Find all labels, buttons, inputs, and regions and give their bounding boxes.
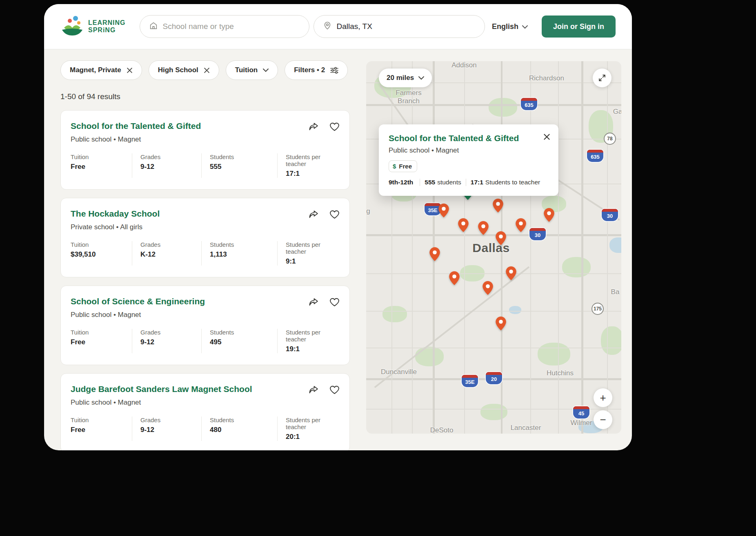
chip-label: High School — [158, 66, 198, 74]
stats-row: Tuition Free Grades 9-12 Students 480 St… — [71, 416, 340, 441]
popup-school-name[interactable]: School for the Talented & Gifted — [389, 133, 549, 143]
remove-filter-icon[interactable] — [204, 67, 210, 73]
popup-grades: 9th-12th — [389, 179, 415, 186]
share-button[interactable] — [309, 210, 319, 219]
stat-cell: Students per teacher 17:1 — [277, 153, 340, 178]
search-input[interactable] — [163, 22, 300, 31]
stat-value: 480 — [210, 426, 277, 434]
route-shield: 175 — [591, 303, 604, 315]
filter-chip-high-school[interactable]: High School — [149, 60, 219, 80]
popup-students: 555students — [425, 179, 461, 186]
stat-value: 495 — [210, 338, 277, 346]
school-name-link[interactable]: School of Science & Engineering — [71, 297, 205, 306]
stat-label: Grades — [140, 153, 201, 160]
stat-cell: Tuition Free — [71, 153, 132, 178]
stat-label: Tuition — [71, 153, 132, 160]
stat-value: Free — [71, 338, 132, 346]
learning-spring-logo[interactable]: LEARNING SPRiNG — [60, 15, 126, 38]
share-button[interactable] — [309, 385, 319, 394]
remove-filter-icon[interactable] — [127, 67, 133, 73]
favorite-button[interactable] — [329, 297, 340, 307]
stat-cell: Tuition Free — [71, 329, 132, 353]
language-selector[interactable]: English — [492, 22, 528, 31]
school-map-pin[interactable] — [438, 204, 449, 219]
stats-row: Tuition Free Grades 9-12 Students 495 St… — [71, 329, 340, 353]
school-map-pin[interactable] — [544, 208, 554, 224]
share-button[interactable] — [309, 297, 319, 307]
park-area — [562, 257, 591, 277]
dollar-icon: $ — [393, 163, 396, 170]
school-search-field — [140, 15, 309, 38]
map-pin-icon — [323, 21, 332, 32]
school-name-link[interactable]: School for the Talented & Gifted — [71, 121, 201, 131]
road — [412, 61, 413, 434]
school-map-pin[interactable] — [506, 266, 516, 282]
stat-label: Students — [210, 153, 277, 160]
zoom-out-button[interactable]: − — [594, 410, 612, 429]
school-map-pin[interactable] — [493, 199, 503, 214]
stat-cell: Students 495 — [201, 329, 277, 353]
interstate-shield: 45 — [573, 406, 589, 419]
filter-chip-magnet-private[interactable]: Magnet, Private — [60, 60, 142, 80]
favorite-button[interactable] — [329, 210, 340, 219]
stat-label: Students per teacher — [286, 153, 340, 167]
map-panel[interactable]: AddisonRichardsonFarmers BranchDuncanvil… — [366, 61, 621, 434]
school-map-pin[interactable] — [496, 317, 506, 332]
school-card: The Hockaday School Private school • All… — [60, 198, 350, 277]
stat-value: Free — [71, 163, 132, 171]
school-map-pin[interactable] — [496, 231, 506, 247]
interstate-shield: 635 — [521, 98, 537, 110]
stat-label: Tuition — [71, 241, 132, 248]
map-place-label: Wilmer — [571, 419, 592, 427]
school-subtitle: Public school • Magnet — [71, 311, 340, 319]
school-card: School for the Talented & Gifted Public … — [60, 110, 350, 190]
road — [581, 61, 583, 434]
stat-value: 17:1 — [286, 170, 340, 178]
stat-label: Students — [210, 416, 277, 423]
school-name-link[interactable]: The Hockaday School — [71, 209, 160, 219]
park-area — [415, 347, 444, 366]
filter-chip-all-filters[interactable]: Filters • 2 — [285, 60, 348, 80]
school-subtitle: Public school • Magnet — [71, 399, 340, 407]
school-name-link[interactable]: Judge Barefoot Sanders Law Magnet School — [71, 384, 252, 394]
school-map-pin[interactable] — [516, 218, 526, 234]
stat-label: Grades — [140, 416, 201, 423]
close-icon[interactable] — [543, 133, 550, 140]
filter-chip-tuition[interactable]: Tuition — [226, 60, 278, 80]
school-map-pin[interactable] — [478, 221, 489, 237]
stat-label: Grades — [140, 329, 201, 336]
filter-sliders-icon — [330, 67, 338, 74]
school-map-pin[interactable] — [449, 271, 460, 287]
stat-cell: Students 1,113 — [201, 241, 277, 266]
filter-chips: Magnet, Private High School Tuition — [60, 60, 350, 80]
price-label: Free — [399, 163, 412, 170]
interstate-shield: 635 — [587, 150, 603, 162]
school-map-pin[interactable] — [429, 247, 440, 263]
popup-school-subtitle: Public school • Magnet — [389, 146, 549, 155]
water-area — [509, 306, 521, 314]
share-button[interactable] — [309, 122, 319, 131]
radius-label: 20 miles — [387, 74, 414, 82]
interstate-shield: 30 — [602, 209, 618, 221]
stat-cell: Students per teacher 9:1 — [277, 241, 340, 266]
interstate-shield: 20 — [486, 372, 502, 384]
school-map-pin[interactable] — [483, 281, 493, 297]
map-place-label: Addison — [451, 61, 476, 69]
zoom-in-button[interactable]: + — [594, 388, 612, 407]
stat-value: 9-12 — [140, 426, 201, 434]
stat-cell: Tuition Free — [71, 416, 132, 441]
favorite-button[interactable] — [329, 122, 340, 131]
chip-label: Tuition — [235, 66, 258, 74]
interstate-shield: 30 — [529, 228, 546, 240]
stats-row: Tuition Free Grades 9-12 Students 555 St… — [71, 153, 340, 178]
map-place-label: Farmers Branch — [391, 89, 426, 105]
favorite-button[interactable] — [329, 385, 340, 394]
expand-map-button[interactable] — [593, 69, 611, 87]
join-signin-button[interactable]: Join or Sign in — [542, 16, 616, 38]
stat-cell: Students 555 — [201, 153, 277, 178]
school-map-pin[interactable] — [458, 218, 469, 234]
location-input[interactable] — [337, 22, 476, 31]
stat-cell: Students per teacher 20:1 — [277, 416, 340, 441]
language-label: English — [492, 22, 518, 31]
radius-dropdown[interactable]: 20 miles — [379, 69, 432, 87]
